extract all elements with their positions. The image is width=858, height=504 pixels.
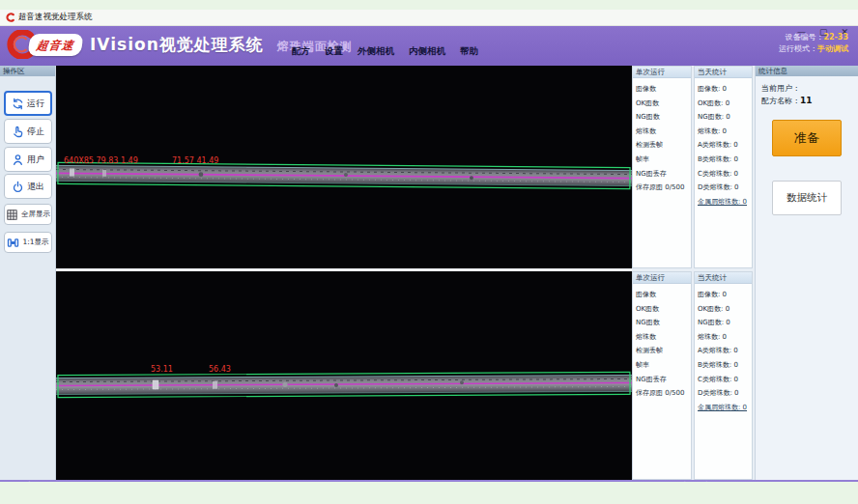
stat-row: NG图丢存 bbox=[636, 167, 691, 182]
device-number-row: 设备编号：22-33 bbox=[779, 32, 848, 43]
run-mode-value: 手动调试 bbox=[817, 44, 848, 53]
exit-button[interactable]: 退出 bbox=[4, 174, 52, 199]
prepare-button[interactable]: 准备 bbox=[772, 120, 842, 156]
stat-row: 熔珠数 bbox=[636, 125, 691, 139]
daily-stats-title: 当天统计 bbox=[695, 272, 752, 284]
run-mode-row: 运行模式：手动调试 bbox=[779, 43, 848, 55]
stat-row: 检测丢帧 bbox=[636, 344, 691, 358]
app-window: 超音速视觉处理系统 — ▢ ✕ 超音速 IVision视觉处理系统 熔珠端面检测 bbox=[0, 10, 858, 482]
stat-row: A类熔珠数: 0 bbox=[698, 138, 752, 153]
exit-button-label: 退出 bbox=[27, 181, 44, 193]
os-titlebar: 超音速视觉处理系统 bbox=[0, 10, 858, 26]
content: 操作区 运行 停止 bbox=[0, 66, 858, 480]
stat-row: NG图数: 0 bbox=[698, 110, 752, 125]
single-run-title: 单次运行 bbox=[633, 67, 691, 78]
device-info: 设备编号：22-33 运行模式：手动调试 bbox=[779, 32, 848, 55]
stats-group-bottom: 单次运行 图像数OK图数NG图数熔珠数检测丢帧帧率NG图丢存保存原图 0/500… bbox=[632, 271, 753, 480]
brand-text: 超音速 bbox=[36, 38, 75, 54]
stat-row: C类熔珠数: 0 bbox=[698, 167, 752, 182]
stats-group-top: 单次运行 图像数OK图数NG图数熔珠数检测丢帧帧率NG图丢存保存原图 0/500… bbox=[632, 66, 753, 268]
stat-row: 检测丢帧 bbox=[636, 138, 691, 153]
daily-stats-title: 当天统计 bbox=[695, 67, 752, 78]
stat-row: B类熔珠数: 0 bbox=[698, 153, 752, 167]
user-icon bbox=[12, 154, 24, 166]
camera-column: 640X85 79.83 1.49 71.57 41.49 bbox=[56, 66, 632, 480]
app-title: IVision视觉处理系统 bbox=[90, 34, 264, 56]
single-run-panel-top: 单次运行 图像数OK图数NG图数熔珠数检测丢帧帧率NG图丢存保存原图 0/500 bbox=[632, 66, 692, 268]
stat-row: D类熔珠数: 0 bbox=[698, 386, 752, 401]
fullscreen-grid-icon bbox=[6, 209, 18, 221]
one-to-one-button-label: 1:1显示 bbox=[22, 238, 48, 247]
app-logo-icon bbox=[5, 13, 14, 22]
sidebar: 操作区 运行 停止 bbox=[0, 66, 56, 480]
stat-row: OK图数: 0 bbox=[698, 97, 752, 111]
menu-item[interactable]: 内侧相机 bbox=[409, 45, 445, 58]
data-stats-button[interactable]: 数据统计 bbox=[772, 181, 842, 215]
one-to-one-button[interactable]: 1:1显示 bbox=[4, 232, 52, 253]
device-number-label: 设备编号： bbox=[785, 33, 823, 42]
stat-row: 熔珠数: 0 bbox=[698, 125, 752, 139]
stats-column: 单次运行 图像数OK图数NG图数熔珠数检测丢帧帧率NG图丢存保存原图 0/500… bbox=[632, 66, 753, 480]
info-panel-header: 统计信息 bbox=[756, 66, 858, 76]
menu-item[interactable]: 配方 bbox=[292, 45, 310, 58]
menu-bar: 配方设置外侧相机内侧相机帮助 bbox=[292, 45, 478, 58]
stat-row: B类熔珠数: 0 bbox=[698, 358, 752, 373]
info-panel: 统计信息 当前用户： 配方名称：11 准备 数据统计 bbox=[755, 66, 858, 480]
desktop-background bbox=[0, 482, 858, 504]
daily-stats-panel-bottom: 当天统计 图像数: 0OK图数: 0NG图数: 0熔珠数: 0A类熔珠数: 0B… bbox=[694, 271, 753, 480]
stat-row: NG图丢存 bbox=[636, 373, 691, 387]
annotation-text: 71.57 41.49 bbox=[172, 156, 218, 165]
outer-camera-view[interactable]: 640X85 79.83 1.49 71.57 41.49 bbox=[56, 66, 632, 268]
current-user-label: 当前用户： bbox=[761, 84, 800, 93]
stat-row: 金属屑熔珠数: 0 bbox=[698, 401, 752, 415]
annotation-text: 56.43 bbox=[209, 365, 231, 374]
fullscreen-button[interactable]: 全屏显示 bbox=[4, 204, 52, 225]
stop-hand-icon bbox=[12, 126, 24, 138]
stat-row: 图像数: 0 bbox=[698, 288, 752, 302]
recipe-name-value: 11 bbox=[800, 96, 813, 105]
annotation-text: 53.11 bbox=[151, 365, 173, 374]
fullscreen-button-label: 全屏显示 bbox=[21, 210, 50, 219]
stat-row: 熔珠数 bbox=[636, 330, 691, 345]
stat-row: 保存原图 0/500 bbox=[636, 386, 691, 401]
device-number-value: 22-33 bbox=[823, 33, 848, 42]
power-icon bbox=[12, 181, 24, 193]
inner-camera-view[interactable]: 53.11 56.43 bbox=[56, 271, 632, 480]
stat-row: 图像数 bbox=[636, 288, 691, 302]
stat-row: A类熔珠数: 0 bbox=[698, 344, 752, 358]
stat-row: 金属屑熔珠数: 0 bbox=[698, 195, 752, 210]
stat-row: OK图数: 0 bbox=[698, 302, 752, 317]
stat-row: NG图数 bbox=[636, 110, 691, 125]
stat-row: 帧率 bbox=[636, 153, 691, 167]
brand-badge: 超音速 bbox=[27, 34, 83, 56]
stat-row: OK图数 bbox=[636, 302, 691, 317]
run-button-label: 运行 bbox=[27, 98, 44, 110]
current-user-row: 当前用户： bbox=[761, 82, 858, 95]
stop-button-label: 停止 bbox=[27, 126, 44, 138]
single-run-title: 单次运行 bbox=[633, 272, 691, 284]
recipe-row: 配方名称：11 bbox=[761, 95, 858, 107]
stat-row: 熔珠数: 0 bbox=[698, 330, 752, 345]
daily-stats-panel-top: 当天统计 图像数: 0OK图数: 0NG图数: 0熔珠数: 0A类熔珠数: 0B… bbox=[694, 66, 753, 268]
one-to-one-icon bbox=[7, 237, 19, 249]
screen: 超音速视觉处理系统 — ▢ ✕ 超音速 IVision视觉处理系统 熔珠端面检测 bbox=[0, 0, 858, 504]
menu-item[interactable]: 外侧相机 bbox=[358, 45, 394, 58]
run-button[interactable]: 运行 bbox=[4, 91, 52, 116]
stat-row: NG图数 bbox=[636, 316, 691, 330]
window-title: 超音速视觉处理系统 bbox=[18, 12, 93, 23]
recipe-name-label: 配方名称： bbox=[761, 97, 800, 105]
sidebar-header: 操作区 bbox=[0, 66, 55, 76]
stat-row: C类熔珠数: 0 bbox=[698, 373, 752, 387]
run-mode-label: 运行模式： bbox=[779, 44, 817, 53]
single-run-panel-bottom: 单次运行 图像数OK图数NG图数熔珠数检测丢帧帧率NG图丢存保存原图 0/500 bbox=[632, 271, 692, 480]
stat-row: 图像数 bbox=[636, 82, 691, 97]
menu-item[interactable]: 帮助 bbox=[460, 45, 478, 58]
stat-row: 帧率 bbox=[636, 358, 691, 373]
menu-item[interactable]: 设置 bbox=[325, 45, 343, 58]
stat-row: NG图数: 0 bbox=[698, 316, 752, 330]
header: — ▢ ✕ 超音速 IVision视觉处理系统 熔珠端面检测 配方设置外侧相机内… bbox=[0, 26, 858, 66]
user-button[interactable]: 用户 bbox=[4, 147, 52, 172]
stop-button[interactable]: 停止 bbox=[4, 119, 52, 144]
stat-row: 图像数: 0 bbox=[698, 82, 752, 97]
run-arrows-icon bbox=[12, 98, 24, 110]
